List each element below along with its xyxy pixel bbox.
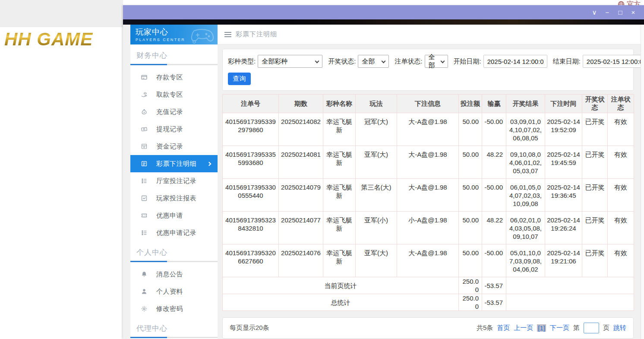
sidebar-item-厅室投注记录[interactable]: 厅室投注记录 [130,172,218,190]
table-cell: 50.00 [459,244,482,277]
sidebar-menu: 存款专区取款专区充值记录提现记录资金记录彩票下注明细厅室投注记录玩家投注报表优惠… [130,65,218,241]
chevron-down-icon [315,59,319,63]
table-cell: 有效 [608,244,634,277]
table-cell: 幸运飞艇新 [323,113,356,146]
draw-status-label: 开奖状态: [328,57,356,66]
table-cell: 已开奖 [582,146,608,179]
table-cell: 2025-02-14 19:36:45 [545,179,582,212]
scrollbar[interactable] [641,25,644,339]
order-status-value: 全部 [429,53,436,70]
jump-button[interactable]: 跳转 [613,324,626,332]
jump-label-before: 第 [573,324,580,332]
sidebar-item-存款专区[interactable]: 存款专区 [130,69,218,86]
table-cell: -50.00 [482,244,506,277]
jump-label-after: 页 [603,324,609,332]
next-page-link[interactable]: 下一页 [550,324,569,332]
sidebar-item-优惠申请[interactable]: 优惠申请 [130,207,218,224]
summary-empty-cell [506,277,634,294]
window-maximize-button[interactable]: □ [614,7,627,18]
table-cell: 20250214076 [279,244,323,277]
end-date-input[interactable] [583,55,644,68]
background-top-strip [0,0,123,27]
window-minimize-button[interactable]: − [601,7,614,18]
withdraw-hand-icon [141,91,148,98]
sidebar-item-label: 资金记录 [156,143,183,151]
chevron-down-icon [440,59,445,63]
column-header: 下注时间 [545,95,582,113]
table-cell: 06,01,05,04,07,02,03,10,09,08 [506,179,545,212]
table-row: 40156917395320662766020250214076幸运飞艇新亚军(… [223,244,634,277]
browser-official-link[interactable]: 官方 [618,0,641,5]
section-divider [130,337,218,338]
sidebar-item-修改密码[interactable]: 修改密码 [130,300,218,317]
table-cell: 48.22 [482,146,506,179]
browser-official-link-label: 官方 [627,0,641,5]
table-row: 40156917395335599368020250214081幸运飞艇新亚军(… [223,146,634,179]
table-cell: 50.00 [459,179,482,212]
jump-page-input[interactable] [584,323,599,333]
report-chart-icon [141,195,148,202]
start-date-input[interactable] [483,55,547,68]
first-page-link[interactable]: 首页 [497,324,510,332]
sidebar-item-彩票下注明细[interactable]: 彩票下注明细 [130,155,218,172]
sidebar-item-个人资料[interactable]: 个人资料 [130,283,218,300]
menu-toggle-icon[interactable] [224,32,231,37]
main-pane: 彩票下注明细 彩种类型: 全部彩种 开奖状态: [218,25,644,339]
sidebar-item-label: 彩票下注明细 [156,160,196,168]
globe-www-icon [618,1,625,5]
column-header: 玩法 [356,95,397,113]
summary-empty-cell [506,294,634,311]
sidebar-item-消息公告[interactable]: 消息公告 [130,266,218,283]
sidebar-item-玩家投注报表[interactable]: 玩家投注报表 [130,190,218,207]
sidebar-item-优惠申请记录[interactable]: 优惠申请记录 [130,224,218,241]
table-cell: 有效 [608,179,634,212]
sidebar-item-取款专区[interactable]: 取款专区 [130,86,218,103]
table-cell: 小-A盘@1.98 [397,212,459,244]
sidebar-item-label: 修改密码 [156,305,183,313]
column-header: 彩种名称 [323,95,356,113]
table-cell: 20250214082 [279,113,323,146]
table-cell: 401569173953300555440 [223,179,279,212]
chevron-right-icon [207,162,212,166]
table-cell: 48.22 [482,212,506,244]
sidebar-section-label: 财务中心 [130,44,218,64]
table-cell: 有效 [608,212,634,244]
sidebar-section-label: 代理中心 [130,317,218,337]
column-header: 输赢 [482,95,506,113]
order-status-select[interactable]: 全部 [425,55,448,68]
window-collapse-button[interactable]: ∨ [588,7,601,18]
table-cell: 09,10,08,04,06,01,02,05,03,07 [506,146,545,179]
summary-winloss-total: -53.57 [482,277,506,294]
sidebar-menu: 消息公告个人资料修改密码 [130,262,218,317]
app-window: ∨−□× 玩家中心 PLAYERS CENTER 财务中心存款专区取款专区充值记… [123,5,644,339]
table-cell: 亚军(大) [356,244,397,277]
money-bag-icon [141,108,148,115]
window-close-button[interactable]: × [627,7,640,18]
query-button[interactable]: 查询 [228,73,251,85]
sidebar-item-充值记录[interactable]: 充值记录 [130,103,218,120]
table-cell: 大-A盘@1.98 [397,146,459,179]
summary-bet-total: 250.00 [459,294,482,311]
table-cell: 幸运飞艇新 [323,179,356,212]
table-cell: 冠军(大) [356,113,397,146]
table-cell: 已开奖 [582,113,608,146]
table-cell: -50.00 [482,179,506,212]
sidebar-section-label: 个人中心 [130,241,218,261]
summary-row: 当前页统计250.00-53.57 [223,277,634,294]
table-cell: 2025-02-14 19:45:59 [545,146,582,179]
main-titlebar: 彩票下注明细 [218,25,644,44]
column-header: 开奖状态 [582,95,608,113]
prev-page-link[interactable]: 上一页 [514,324,533,332]
table-cell: 有效 [608,146,634,179]
draw-status-select[interactable]: 全部 [358,55,389,68]
sidebar-item-提现记录[interactable]: 提现记录 [130,120,218,138]
column-header: 投注额 [459,95,482,113]
lottery-type-select[interactable]: 全部彩种 [258,55,322,68]
sidebar-item-资金记录[interactable]: 资金记录 [130,138,218,155]
sidebar-item-label: 提现记录 [156,125,183,133]
table-cell: 20250214077 [279,212,323,244]
per-page-label: 每页显示20条 [230,324,269,332]
table-cell: 50.00 [459,212,482,244]
table-cell: -50.00 [482,113,506,146]
table-cell: 20250214081 [279,146,323,179]
